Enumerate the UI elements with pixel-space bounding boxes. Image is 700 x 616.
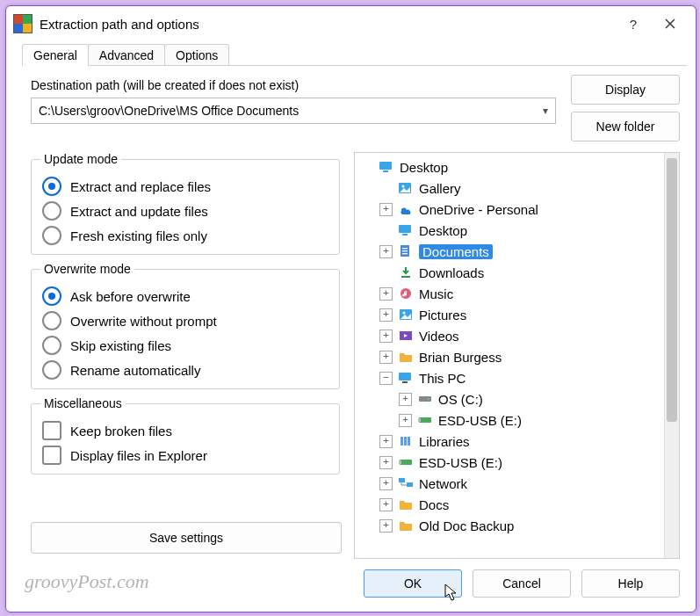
usb-icon: [417, 413, 433, 427]
tree-scrollbar[interactable]: [664, 153, 679, 558]
tree-node[interactable]: +Docs: [357, 494, 662, 515]
expand-icon[interactable]: +: [379, 456, 393, 469]
svg-rect-4: [399, 225, 411, 233]
tree-node-label: Music: [419, 286, 453, 301]
folder-icon: [398, 350, 414, 364]
radio-skip-existing[interactable]: Skip existing files: [42, 336, 330, 355]
expand-icon[interactable]: +: [399, 414, 412, 427]
tree-node[interactable]: −This PC: [357, 367, 662, 388]
svg-rect-0: [379, 162, 392, 170]
expand-icon[interactable]: +: [379, 477, 393, 490]
tree-node-label: Downloads: [419, 265, 484, 280]
tree-node-label: Gallery: [419, 181, 461, 196]
expand-icon[interactable]: +: [379, 351, 393, 364]
expand-icon[interactable]: +: [379, 203, 393, 216]
radio-extract-update[interactable]: Extract and update files: [42, 201, 330, 221]
check-keep-broken[interactable]: Keep broken files: [42, 421, 330, 440]
tab-general[interactable]: General: [22, 44, 89, 66]
ok-button[interactable]: OK: [364, 569, 462, 598]
tree-node[interactable]: Downloads: [357, 262, 662, 283]
tree-node[interactable]: +Music: [357, 283, 662, 304]
radio-icon: [42, 201, 61, 221]
cancel-button[interactable]: Cancel: [473, 569, 571, 598]
radio-overwrite-no-prompt[interactable]: Overwrite without prompt: [42, 311, 330, 330]
folder-icon: [398, 518, 414, 533]
close-button[interactable]: [652, 11, 689, 36]
expand-icon[interactable]: +: [379, 435, 393, 448]
svg-rect-10: [401, 276, 410, 278]
dest-path-combo[interactable]: C:\Users\groov\OneDrive\MS Office Docume…: [31, 98, 556, 124]
help-button[interactable]: ?: [615, 11, 652, 36]
network-icon: [398, 476, 414, 490]
tab-options[interactable]: Options: [164, 44, 229, 66]
tree-node-label: This PC: [419, 371, 465, 386]
tree-node[interactable]: +Old Doc Backup: [357, 515, 662, 536]
svg-rect-16: [402, 381, 408, 383]
expand-icon[interactable]: +: [379, 519, 393, 533]
display-button[interactable]: Display: [571, 75, 680, 105]
svg-rect-26: [399, 478, 405, 482]
svg-rect-22: [404, 437, 407, 446]
tree-node[interactable]: +Brian Burgess: [357, 346, 662, 367]
tree-node[interactable]: +ESD-USB (E:): [357, 452, 662, 473]
tree-node[interactable]: Gallery: [357, 178, 662, 199]
folder-tree: DesktopGallery+OneDrive - PersonalDeskto…: [354, 152, 680, 559]
tree-node[interactable]: +ESD-USB (E:): [357, 409, 662, 431]
tree-node-label: Desktop: [400, 160, 448, 175]
expand-icon[interactable]: +: [379, 308, 393, 322]
window-title: Extraction path and options: [40, 17, 615, 32]
svg-rect-9: [402, 253, 408, 254]
svg-rect-27: [407, 482, 413, 487]
save-settings-button[interactable]: Save settings: [31, 522, 342, 554]
chevron-down-icon: ▾: [543, 105, 548, 117]
libraries-icon: [398, 434, 414, 448]
tree-node[interactable]: +Videos: [357, 325, 662, 346]
desktop-icon: [398, 223, 414, 237]
expand-icon[interactable]: +: [399, 393, 412, 406]
tree-node-label: Docs: [419, 497, 449, 512]
tree-node[interactable]: +OneDrive - Personal: [357, 199, 662, 220]
tree-node[interactable]: +Documents: [357, 241, 662, 262]
checkbox-icon: [42, 446, 61, 465]
new-folder-button[interactable]: New folder: [571, 112, 680, 141]
radio-icon: [42, 336, 61, 355]
close-icon: [665, 18, 675, 29]
expand-icon[interactable]: +: [379, 498, 393, 511]
tree-node[interactable]: Desktop: [357, 220, 662, 241]
radio-icon: [42, 360, 61, 380]
svg-point-18: [428, 398, 429, 400]
radio-extract-replace[interactable]: Extract and replace files: [42, 177, 330, 196]
radio-icon: [42, 226, 61, 245]
docs-icon: [398, 244, 414, 258]
videos-icon: [398, 329, 414, 343]
radio-rename-auto[interactable]: Rename automatically: [42, 360, 330, 380]
music-icon: [398, 286, 414, 301]
tab-advanced[interactable]: Advanced: [88, 44, 165, 66]
tree-node[interactable]: +OS (C:): [357, 388, 662, 409]
expand-icon[interactable]: +: [379, 245, 393, 258]
desktop-icon: [379, 160, 394, 174]
expand-icon[interactable]: +: [379, 330, 393, 343]
onedrive-icon: [398, 202, 414, 216]
scroll-thumb[interactable]: [667, 158, 677, 422]
check-display-explorer[interactable]: Display files in Explorer: [42, 446, 330, 465]
radio-icon: [42, 286, 61, 306]
svg-rect-19: [419, 417, 431, 423]
tree-node[interactable]: +Network: [357, 473, 662, 494]
radio-ask-overwrite[interactable]: Ask before overwrite: [42, 286, 330, 306]
help-dialog-button[interactable]: Help: [581, 569, 680, 598]
svg-point-13: [403, 312, 406, 315]
folder-icon: [398, 497, 414, 511]
radio-fresh-existing[interactable]: Fresh existing files only: [42, 226, 330, 245]
download-icon: [398, 265, 414, 279]
tree-node-label: Brian Burgess: [419, 350, 502, 365]
dialog-window: Extraction path and options ? General Ad…: [5, 5, 696, 612]
expand-icon[interactable]: −: [379, 372, 393, 385]
tree-node[interactable]: Desktop: [357, 156, 662, 178]
tree-node-label: ESD-USB (E:): [419, 455, 502, 470]
tree-node[interactable]: +Pictures: [357, 304, 662, 325]
tree-node[interactable]: +Libraries: [357, 431, 662, 452]
update-mode-group: Update mode Extract and replace files Ex…: [31, 152, 340, 255]
expand-icon[interactable]: +: [379, 287, 393, 301]
svg-rect-23: [408, 437, 410, 446]
